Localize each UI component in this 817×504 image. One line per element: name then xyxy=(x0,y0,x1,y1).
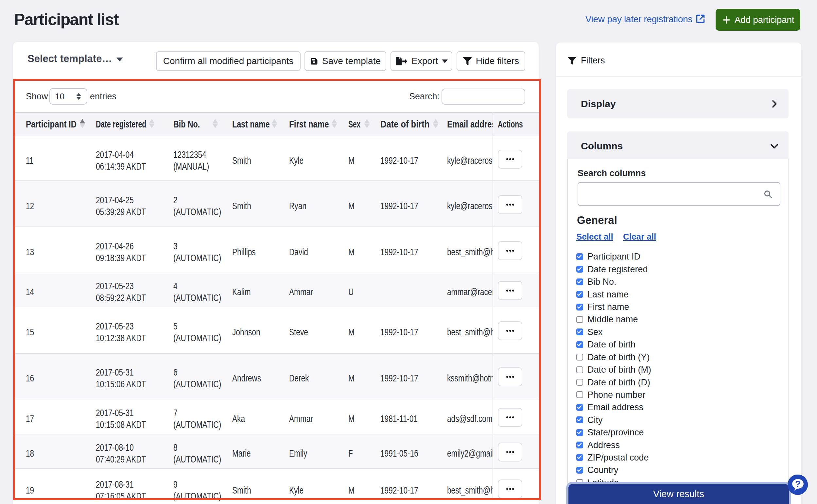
svg-text:?: ? xyxy=(795,479,801,489)
